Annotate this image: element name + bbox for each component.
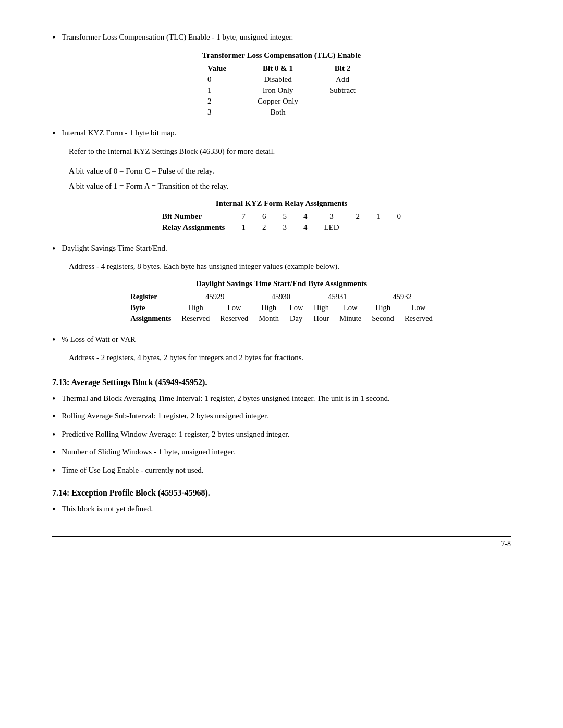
section713-text4: Number of Sliding Windows - 1 byte, unsi… [62,446,235,458]
tlc-cell: Both [242,107,314,118]
dst-table-row: AssignmentsReservedReservedMonthDayHourM… [125,313,438,324]
dst-table-container: Daylight Savings Time Start/End Byte Ass… [52,279,511,324]
tlc-table-row: 2Copper Only [192,96,371,107]
kyz-cell: 3 [274,222,295,233]
kyz-cell: 4 [295,211,316,222]
tlc-cell: 2 [192,96,242,107]
tlc-cell: Iron Only [242,85,314,96]
dst-assignment-val: Day [284,313,309,324]
dst-table-row: ByteHighLowHighLowHighLowHighLow [125,302,438,313]
bullet-4-text: % Loss of Watt or VAR [62,334,136,346]
bullet-2-line2: Refer to the Internal KYZ Settings Block… [69,145,511,157]
kyz-cell: 2 [254,222,275,233]
dst-assignment-val: Minute [334,313,366,324]
section713-bullet4: • Number of Sliding Windows - 1 byte, un… [52,446,511,459]
tlc-table-title: Transformer Loss Compensation (TLC) Enab… [202,51,361,60]
kyz-cell: 7 [233,211,254,222]
dst-table: Register45929459304593145932ByteHighLowH… [125,291,438,324]
dst-byte-val: Low [215,302,253,313]
kyz-cell: 4 [295,222,316,233]
dst-register-val: 45929 [176,291,253,302]
tlc-table: Value Bit 0 & 1 Bit 2 0DisabledAdd1Iron … [192,63,371,118]
section713-dot2: • [52,411,55,423]
tlc-table-row: 3Both [192,107,371,118]
dst-register-val: 45931 [308,291,366,302]
page-number: 7-8 [501,540,511,548]
tlc-cell: 3 [192,107,242,118]
bullet-4-line2: Address - 2 registers, 4 bytes, 2 bytes … [69,352,511,364]
kyz-cell: LED [315,222,347,233]
dst-byte-val: High [253,302,284,313]
kyz-cell [368,222,389,233]
kyz-cell: 2 [348,211,369,222]
kyz-table: Bit Number76543210Relay Assignments1234L… [154,211,409,233]
section713-text3: Predictive Rolling Window Average: 1 reg… [62,428,289,440]
dst-register-val: 45930 [253,291,308,302]
kyz-cell: 5 [274,211,295,222]
dst-byte-val: High [308,302,334,313]
dst-assignments-label: Assignments [125,313,176,324]
bullet-3-line2: Address - 4 registers, 8 bytes. Each byt… [69,261,511,273]
dst-table-row: Register45929459304593145932 [125,291,438,302]
tlc-cell: Subtract [314,85,371,96]
section714-text1: This block is not yet defined. [62,503,153,515]
dst-assignment-val: Reserved [399,313,438,324]
kyz-row2-header: Relay Assignments [154,222,233,233]
bullet-2: • Internal KYZ Form - 1 byte bit map. [52,127,511,140]
dst-assignment-val: Second [366,313,399,324]
section713-text2: Rolling Average Sub-Interval: 1 register… [62,410,268,422]
tlc-col1-header: Value [192,63,242,74]
section713-bullet1: • Thermal and Block Averaging Time Inter… [52,392,511,405]
section713-bullet2: • Rolling Average Sub-Interval: 1 regist… [52,410,511,423]
section713-text1: Thermal and Block Averaging Time Interva… [62,392,390,404]
bullet-3-text: Daylight Savings Time Start/End. [62,242,167,254]
tlc-cell: Disabled [242,74,314,85]
dst-assignment-val: Month [253,313,284,324]
kyz-cell: 1 [368,211,389,222]
bullet-2-text: Internal KYZ Form - 1 byte bit map. [62,127,176,139]
tlc-cell [314,107,371,118]
bullet-dot-1: • [52,32,55,44]
bullet-dot-3: • [52,243,55,255]
kyz-table-title: Internal KYZ Form Relay Assignments [216,199,348,208]
tlc-table-row: 1Iron OnlySubtract [192,85,371,96]
tlc-cell: 0 [192,74,242,85]
tlc-cell: Add [314,74,371,85]
dst-byte-val: High [366,302,399,313]
kyz-cell [389,222,410,233]
kyz-row1-header: Bit Number [154,211,233,222]
dst-byte-label: Byte [125,302,176,313]
tlc-table-container: Transformer Loss Compensation (TLC) Enab… [52,51,511,118]
kyz-cell: 0 [389,211,410,222]
bullet-dot-2: • [52,128,55,140]
dst-register-label: Register [125,291,176,302]
tlc-col2-header: Bit 0 & 1 [242,63,314,74]
bullet-1-text: Transformer Loss Compensation (TLC) Enab… [62,31,293,43]
tlc-cell [314,96,371,107]
dst-assignment-val: Hour [308,313,334,324]
section713-bullet3: • Predictive Rolling Window Average: 1 r… [52,428,511,441]
kyz-cell: 3 [315,211,347,222]
section-713-heading: 7.13: Average Settings Block (45949-4595… [52,378,511,387]
dst-byte-val: Low [334,302,366,313]
bullet-2-line3: A bit value of 0 = Form C = Pulse of the… [69,165,511,177]
section713-bullet5: • Time of Use Log Enable - currently not… [52,464,511,477]
dst-byte-val: High [176,302,215,313]
bullet-3: • Daylight Savings Time Start/End. [52,242,511,255]
bullet-2-line4: A bit value of 1 = Form A = Transition o… [69,180,511,192]
dst-register-val: 45932 [366,291,438,302]
section713-dot4: • [52,447,55,459]
kyz-table-row: Bit Number76543210 [154,211,409,222]
dst-byte-val: Low [284,302,309,313]
tlc-cell: Copper Only [242,96,314,107]
section713-dot1: • [52,393,55,405]
kyz-cell: 1 [233,222,254,233]
section714-dot1: • [52,503,55,515]
dst-assignment-val: Reserved [176,313,215,324]
kyz-table-container: Internal KYZ Form Relay Assignments Bit … [52,199,511,233]
section-714-heading: 7.14: Exception Profile Block (45953-459… [52,488,511,498]
section713-dot5: • [52,465,55,477]
tlc-col3-header: Bit 2 [314,63,371,74]
bullet-dot-4: • [52,334,55,346]
section713-text5: Time of Use Log Enable - currently not u… [62,464,203,476]
